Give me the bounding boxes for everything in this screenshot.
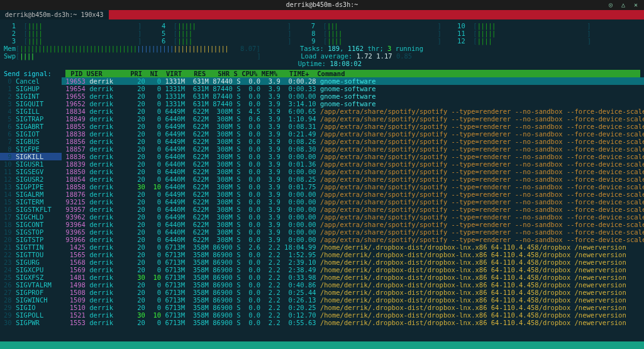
- process-row[interactable]: 1510 derrik 20 0 6713M 358M 86900 S 0.0 …: [62, 304, 644, 311]
- signal-item[interactable]: 22 SIGTTOU: [0, 251, 62, 258]
- tab-bar: derrik@b450m-ds3h:~ 190x43: [0, 10, 644, 19]
- signal-item[interactable]: 23 SIGURG: [0, 258, 62, 266]
- window-title: derrik@b450m-ds3h:~: [286, 1, 358, 8]
- signal-item[interactable]: 13 SIGPIPE: [0, 183, 62, 191]
- process-list-body: 0 Cancel 1 SIGHUP 2 SIGINT 3 SIGQUIT 4 S…: [0, 77, 644, 326]
- process-row[interactable]: 18850 derrik 20 0 6440M 622M 308M S 0.0 …: [62, 168, 644, 175]
- process-row[interactable]: 18849 derrik 20 0 6440M 622M 308M S 0.6 …: [62, 115, 644, 123]
- process-row[interactable]: 19655 derrik 20 0 1331M 631M 87440 S 0.0…: [62, 92, 644, 100]
- signal-item[interactable]: 0 Cancel: [0, 77, 62, 85]
- process-row[interactable]: 1569 derrik 20 0 6713M 358M 86900 S 0.0 …: [62, 266, 644, 274]
- signal-item[interactable]: 25 SIGXFSZ: [0, 274, 62, 281]
- process-row[interactable]: 19654 derrik 20 0 1331M 631M 87440 S 0.0…: [62, 85, 644, 92]
- signal-item[interactable]: 5 SIGTRAP: [0, 115, 62, 123]
- signal-item[interactable]: 2 SIGINT: [0, 92, 62, 100]
- process-row[interactable]: 93215 derrik 20 0 6449M 622M 308M S 0.0 …: [62, 198, 644, 206]
- process-row[interactable]: 1521 derrik 30 10 6713M 358M 86900 S 0.0…: [62, 311, 644, 319]
- process-row[interactable]: 18836 derrik 20 0 6440M 622M 308M S 0.0 …: [62, 153, 644, 160]
- process-row[interactable]: 18854 derrik 20 0 6440M 622M 308M S 0.0 …: [62, 175, 644, 183]
- signal-item[interactable]: 16 SIGSTKFLT: [0, 206, 62, 213]
- signal-item[interactable]: 6 SIGABRT: [0, 123, 62, 130]
- process-row[interactable]: 1425 derrik 20 0 6713M 358M 86900 S 2.6 …: [62, 243, 644, 251]
- send-signal-prompt: Send signal:: [4, 70, 65, 77]
- process-row[interactable]: 1568 derrik 20 0 6713M 358M 86900 S 0.0 …: [62, 258, 644, 266]
- signal-item[interactable]: 27 SIGPROF: [0, 289, 62, 296]
- signal-item[interactable]: 29 SIGIO: [0, 304, 62, 311]
- signal-item[interactable]: 24 SIGXCPU: [0, 266, 62, 274]
- process-row[interactable]: 18858 derrik 30 10 6440M 622M 308M S 0.0…: [62, 183, 644, 191]
- signal-item[interactable]: 9 SIGKILL: [0, 153, 62, 160]
- process-row[interactable]: 93957 derrik 20 0 6440M 622M 308M S 0.0 …: [62, 206, 644, 213]
- process-row[interactable]: 18834 derrik 20 0 6449M 622M 308M S 4.5 …: [62, 108, 644, 115]
- signal-item[interactable]: 19 SIGSTOP: [0, 228, 62, 236]
- process-row[interactable]: 93962 derrik 20 0 6449M 622M 308M S 0.0 …: [62, 213, 644, 221]
- process-row[interactable]: 1481 derrik 30 10 6713M 358M 86900 S 0.0…: [62, 274, 644, 281]
- process-row[interactable]: 18856 derrik 20 0 6449M 622M 308M S 0.0 …: [62, 138, 644, 145]
- process-row[interactable]: 1509 derrik 20 0 6713M 358M 86900 S 0.0 …: [62, 296, 644, 304]
- signal-item[interactable]: 1 SIGHUP: [0, 85, 62, 92]
- signal-item[interactable]: 6 SIGIOT: [0, 130, 62, 138]
- process-header-row: Send signal: PID USER PRI NI VIRT RES SH…: [0, 70, 644, 77]
- signal-item[interactable]: 8 SIGFPE: [0, 145, 62, 153]
- signal-item[interactable]: 28 SIGWINCH: [0, 296, 62, 304]
- window-titlebar[interactable]: derrik@b450m-ds3h:~ ◎ △ ✕: [0, 0, 644, 10]
- cpu-meters: 1 [|||| ] 4 [||||| ] 7 [||| ] 10 [||||| …: [0, 19, 644, 69]
- process-row[interactable]: 19653 derrik 20 0 1331M 631M 87440 S 0.0…: [62, 77, 644, 85]
- signal-item[interactable]: 26 SIGVTALRM: [0, 281, 62, 289]
- process-row[interactable]: 93966 derrik 20 0 6440M 622M 308M S 0.0 …: [62, 236, 644, 243]
- signal-item[interactable]: 18 SIGCONT: [0, 221, 62, 228]
- process-row[interactable]: 1565 derrik 20 0 6713M 358M 86900 S 0.0 …: [62, 251, 644, 258]
- process-row[interactable]: 1508 derrik 20 0 6713M 358M 86900 S 0.0 …: [62, 289, 644, 296]
- process-row[interactable]: 1553 derrik 20 0 6713M 358M 86900 S 0.0 …: [62, 319, 644, 326]
- signal-item[interactable]: 10 SIGUSR1: [0, 160, 62, 168]
- process-row[interactable]: 18839 derrik 20 0 6440M 622M 308M S 0.0 …: [62, 160, 644, 168]
- process-row[interactable]: 19652 derrik 20 0 1331M 631M 87440 S 0.0…: [62, 100, 644, 108]
- process-row[interactable]: 93965 derrik 20 0 6440M 622M 308M S 0.0 …: [62, 228, 644, 236]
- signal-item[interactable]: 11 SIGSEGV: [0, 168, 62, 175]
- signal-item[interactable]: 29 SIGPOLL: [0, 311, 62, 319]
- signal-item[interactable]: 21 SIGTTIN: [0, 243, 62, 251]
- terminal[interactable]: 1 [|||| ] 4 [||||| ] 7 [||| ] 10 [||||| …: [0, 19, 644, 349]
- process-row[interactable]: 18876 derrik 20 0 6449M 622M 308M S 0.0 …: [62, 191, 644, 198]
- window-controls[interactable]: ◎ △ ✕: [609, 0, 640, 10]
- footer-bar: EnterSend EscCancel: [0, 341, 644, 349]
- signal-item[interactable]: 4 SIGILL: [0, 108, 62, 115]
- signal-item[interactable]: 12 SIGUSR2: [0, 175, 62, 183]
- signal-item[interactable]: 15 SIGTERM: [0, 198, 62, 206]
- signal-item[interactable]: 20 SIGTSTP: [0, 236, 62, 243]
- process-row[interactable]: 93964 derrik 20 0 6440M 622M 308M S 0.0 …: [62, 221, 644, 228]
- signal-item[interactable]: 30 SIGPWR: [0, 319, 62, 326]
- signal-item[interactable]: 17 SIGCHLD: [0, 213, 62, 221]
- signal-item[interactable]: 14 SIGALRM: [0, 191, 62, 198]
- process-row[interactable]: 18855 derrik 20 0 6449M 622M 308M S 0.0 …: [62, 123, 644, 130]
- process-row[interactable]: 18857 derrik 20 0 6449M 622M 308M S 0.0 …: [62, 145, 644, 153]
- signal-item[interactable]: 3 SIGQUIT: [0, 100, 62, 108]
- process-row[interactable]: 1498 derrik 20 0 6713M 358M 86900 S 0.0 …: [62, 281, 644, 289]
- process-row[interactable]: 18838 derrik 20 0 6449M 622M 308M S 0.0 …: [62, 130, 644, 138]
- signal-item[interactable]: 7 SIGBUS: [0, 138, 62, 145]
- terminal-tab[interactable]: derrik@b450m-ds3h:~ 190x43: [0, 10, 109, 19]
- column-headers[interactable]: PID USER PRI NI VIRT RES SHR S CPU% MEM%…: [65, 70, 640, 77]
